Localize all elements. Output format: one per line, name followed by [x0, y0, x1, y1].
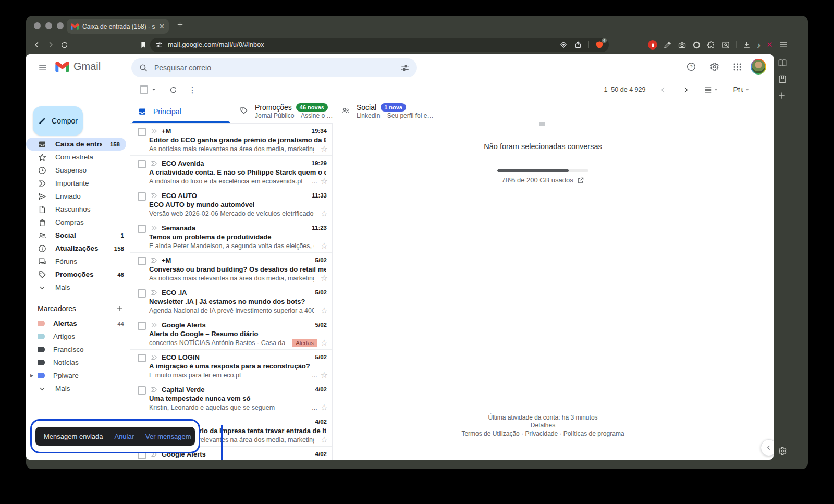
- importance-marker-icon[interactable]: [150, 256, 158, 264]
- gmail-logo[interactable]: Gmail: [55, 60, 101, 72]
- main-menu-icon[interactable]: [33, 58, 52, 77]
- email-checkbox[interactable]: [138, 386, 146, 395]
- compose-button[interactable]: Compor: [33, 106, 83, 136]
- bookmarks-panel-icon[interactable]: [777, 74, 788, 84]
- older-page-icon[interactable]: [681, 85, 690, 94]
- importance-marker-icon[interactable]: [150, 224, 158, 232]
- importance-marker-icon[interactable]: [150, 353, 158, 361]
- url-bar[interactable]: mail.google.com/mail/u/0/#inbox 4: [150, 38, 609, 52]
- star-icon[interactable]: ☆: [321, 339, 328, 347]
- sidebar-item[interactable]: Enviado: [26, 190, 130, 203]
- browser-menu-icon[interactable]: [779, 40, 788, 50]
- sidebar-item[interactable]: Mais: [26, 281, 130, 294]
- tab-promotions[interactable]: Promoções 46 novas Jornal Público – Assi…: [232, 100, 334, 123]
- x-extension-icon[interactable]: ✕: [767, 40, 774, 50]
- traffic-light-zoom[interactable]: [57, 22, 64, 29]
- star-icon[interactable]: ☆: [321, 371, 328, 379]
- email-checkbox[interactable]: [138, 128, 146, 136]
- star-icon[interactable]: ☆: [321, 403, 328, 412]
- email-row[interactable]: +M 5/02 Conversão ou brand building? Os …: [130, 253, 332, 285]
- select-all-checkbox[interactable]: [140, 85, 148, 94]
- search-icon[interactable]: [139, 63, 148, 72]
- select-dropdown-icon[interactable]: [150, 86, 157, 93]
- split-pane-toggle[interactable]: [704, 85, 719, 94]
- traffic-light-close[interactable]: [34, 22, 41, 29]
- star-icon[interactable]: ☆: [321, 210, 328, 218]
- avatar[interactable]: [751, 59, 766, 75]
- star-icon[interactable]: ☆: [321, 177, 328, 186]
- sidebar-settings-icon[interactable]: [777, 446, 787, 456]
- label-item[interactable]: ▶ Francisco: [26, 343, 130, 356]
- email-row[interactable]: Capital Verde 4/02 Uma tempestade nunca …: [130, 382, 332, 414]
- sidebar-item[interactable]: Atualizações 158: [26, 242, 130, 255]
- search-input[interactable]: Pesquisar correio: [154, 64, 394, 72]
- importance-marker-icon[interactable]: [150, 321, 158, 329]
- star-icon[interactable]: ☆: [321, 306, 328, 315]
- tab-close-icon[interactable]: ✕: [159, 22, 165, 30]
- adblock-extension-icon[interactable]: [648, 40, 657, 50]
- search-options-icon[interactable]: [400, 63, 410, 72]
- email-checkbox[interactable]: [138, 225, 146, 233]
- star-icon[interactable]: ☆: [321, 242, 328, 250]
- importance-marker-icon[interactable]: [150, 289, 158, 297]
- tab-principal[interactable]: Principal: [130, 100, 232, 123]
- extensions-puzzle-icon[interactable]: [707, 41, 716, 50]
- apps-grid-icon[interactable]: [728, 57, 746, 76]
- reload-button[interactable]: [57, 41, 71, 50]
- media-icon[interactable]: ♪: [757, 41, 761, 50]
- email-checkbox[interactable]: [138, 289, 146, 298]
- email-row[interactable]: +M 19:34 Editor do ECO ganha grande prém…: [130, 124, 332, 156]
- reading-list-icon[interactable]: [777, 58, 788, 68]
- importance-marker-icon[interactable]: [150, 386, 158, 394]
- details-link[interactable]: Detalhes: [333, 422, 753, 430]
- sidebar-item[interactable]: Promoções 46: [26, 268, 130, 281]
- forward-button[interactable]: [44, 40, 57, 50]
- email-row[interactable]: Semanada 11:23 Temos um problema de prod…: [130, 220, 332, 253]
- view-message-button[interactable]: Ver mensagem: [145, 433, 191, 440]
- input-tools-selector[interactable]: Ptt: [733, 85, 751, 94]
- sidebar-item[interactable]: Social 1: [26, 229, 130, 242]
- email-checkbox[interactable]: [138, 192, 146, 201]
- undo-button[interactable]: Anular: [114, 433, 134, 440]
- email-checkbox[interactable]: [138, 257, 146, 265]
- sidebar-item[interactable]: Rascunhos: [26, 203, 130, 216]
- email-row[interactable]: ECO LOGIN 5/02 A imigração é uma respost…: [130, 350, 332, 382]
- email-checkbox[interactable]: [138, 322, 146, 330]
- importance-marker-icon[interactable]: [150, 192, 158, 200]
- star-icon[interactable]: ☆: [321, 436, 328, 444]
- email-label-chip[interactable]: Alertas: [292, 339, 317, 347]
- terms-links[interactable]: Termos de Utilização · Privacidade · Pol…: [333, 430, 753, 438]
- back-button[interactable]: [30, 40, 44, 50]
- sidebar-item[interactable]: Caixa de entrada 158: [26, 138, 126, 151]
- newer-page-icon[interactable]: [659, 85, 668, 94]
- search-box-extension-icon[interactable]: [721, 41, 730, 50]
- site-settings-icon[interactable]: [155, 41, 163, 48]
- traffic-light-minimize[interactable]: [45, 22, 52, 29]
- sidebar-item[interactable]: Com estrela: [26, 151, 130, 164]
- label-item[interactable]: ▶ Pplware: [26, 369, 130, 382]
- sidebar-item[interactable]: Fóruns: [26, 255, 130, 268]
- open-in-new-icon[interactable]: [577, 177, 584, 184]
- label-item[interactable]: ▶ Notícias: [26, 356, 130, 369]
- url-text[interactable]: mail.google.com/mail/u/0/#inbox: [168, 41, 264, 48]
- label-item[interactable]: ▶ Artigos: [26, 330, 130, 343]
- new-tab-button[interactable]: [176, 21, 184, 29]
- tab-social[interactable]: Social 1 nova LinkedIn – Seu perfil foi …: [334, 100, 435, 123]
- eyedropper-extension-icon[interactable]: [663, 41, 672, 50]
- scrollbar-thumb[interactable]: [539, 122, 545, 126]
- label-expand-icon[interactable]: ▶: [30, 373, 33, 378]
- email-checkbox[interactable]: [138, 354, 146, 362]
- label-item[interactable]: ▶ Mais: [26, 382, 130, 395]
- create-label-icon[interactable]: [116, 304, 124, 313]
- email-row[interactable]: ECO Avenida 19:29 A criatividade conta. …: [130, 156, 332, 188]
- email-checkbox[interactable]: [138, 160, 146, 168]
- importance-marker-icon[interactable]: [150, 159, 158, 167]
- add-panel-icon[interactable]: [777, 91, 787, 100]
- email-row[interactable]: Google Alerts 5/02 Alerta do Google – Re…: [130, 317, 332, 350]
- sidebar-item[interactable]: Importante: [26, 177, 130, 190]
- side-panel-collapse-button[interactable]: [761, 439, 774, 456]
- importance-marker-icon[interactable]: [150, 127, 158, 135]
- search-bar[interactable]: Pesquisar correio: [131, 58, 417, 77]
- sidebar-item[interactable]: Compras: [26, 216, 130, 229]
- brave-shield-icon[interactable]: 4: [595, 41, 604, 49]
